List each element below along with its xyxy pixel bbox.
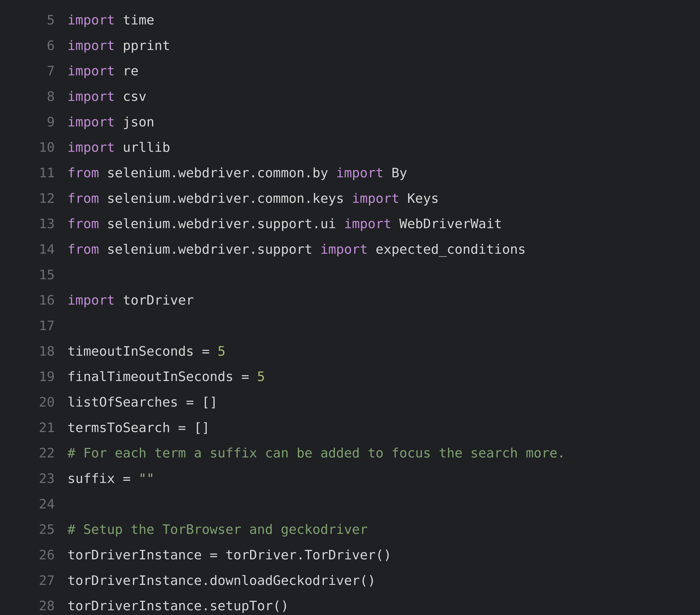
- code-content[interactable]: from selenium.webdriver.support.ui impor…: [67, 211, 502, 236]
- code-token: import: [67, 139, 115, 155]
- code-content[interactable]: import time: [67, 7, 154, 33]
- code-token: time: [115, 12, 154, 27]
- code-content[interactable]: import urllib: [67, 135, 170, 160]
- code-token: csv: [115, 89, 146, 104]
- code-token: selenium.webdriver.support.ui: [99, 216, 344, 231]
- code-line[interactable]: 21termsToSearch = []: [0, 415, 700, 441]
- code-content[interactable]: [67, 262, 75, 287]
- code-content[interactable]: from selenium.webdriver.common.by import…: [67, 160, 407, 186]
- code-content[interactable]: torDriverInstance.setupTor(): [67, 593, 289, 615]
- code-line[interactable]: 9import json: [0, 109, 700, 135]
- code-token: 5: [218, 343, 225, 359]
- code-token: expected_conditions: [368, 242, 526, 257]
- code-token: import: [67, 63, 115, 78]
- code-content[interactable]: import re: [67, 58, 139, 84]
- code-content[interactable]: suffix = "": [67, 466, 154, 491]
- code-line[interactable]: 22# For each term a suffix can be added …: [0, 440, 700, 466]
- code-content[interactable]: torDriverInstance.downloadGeckodriver(): [67, 568, 376, 593]
- code-token: torDriver: [115, 292, 194, 308]
- code-line[interactable]: 23suffix = "": [0, 466, 700, 491]
- code-token: Keys: [399, 190, 439, 206]
- code-token: import: [67, 38, 115, 53]
- code-line[interactable]: 10import urllib: [0, 135, 700, 160]
- code-token: selenium.webdriver.common.keys: [99, 190, 352, 206]
- code-token: 5: [257, 369, 265, 384]
- code-token: finalTimeoutInSeconds =: [67, 369, 257, 384]
- line-number: 12: [0, 186, 67, 211]
- code-content[interactable]: import pprint: [67, 33, 170, 58]
- line-number: 10: [0, 135, 67, 160]
- code-line[interactable]: 13from selenium.webdriver.support.ui imp…: [0, 211, 700, 236]
- code-line[interactable]: 5import time: [0, 7, 700, 33]
- line-number: 14: [0, 236, 67, 262]
- code-content[interactable]: [67, 491, 75, 517]
- code-content[interactable]: import csv: [67, 84, 146, 109]
- code-line[interactable]: 11from selenium.webdriver.common.by impo…: [0, 160, 700, 186]
- code-line[interactable]: 25# Setup the TorBrowser and geckodriver: [0, 517, 700, 542]
- line-number: 15: [0, 262, 67, 287]
- line-number: 21: [0, 415, 67, 441]
- code-token: from: [67, 165, 99, 180]
- code-token: import: [352, 190, 399, 206]
- code-token: import: [67, 114, 115, 130]
- line-number: 24: [0, 491, 67, 517]
- line-number: 8: [0, 84, 67, 109]
- code-token: torDriverInstance.downloadGeckodriver(): [67, 573, 376, 588]
- code-content[interactable]: from selenium.webdriver.common.keys impo…: [67, 186, 439, 211]
- line-number: 23: [0, 466, 67, 491]
- line-number: 9: [0, 109, 67, 135]
- code-content[interactable]: from selenium.webdriver.support import e…: [67, 236, 526, 262]
- code-token: import: [344, 216, 391, 231]
- code-content[interactable]: termsToSearch = []: [67, 415, 210, 441]
- code-content[interactable]: import torDriver: [67, 287, 194, 313]
- code-token: "": [139, 471, 154, 486]
- code-token: timeoutInSeconds =: [67, 343, 218, 359]
- code-token: WebDriverWait: [391, 216, 502, 231]
- code-line[interactable]: 20listOfSearches = []: [0, 390, 700, 415]
- code-content[interactable]: [67, 313, 75, 339]
- code-content[interactable]: # For each term a suffix can be added to…: [67, 440, 565, 466]
- code-line[interactable]: 8import csv: [0, 84, 700, 109]
- code-line[interactable]: 28torDriverInstance.setupTor(): [0, 593, 700, 615]
- code-token: import: [67, 292, 115, 308]
- code-line[interactable]: 18timeoutInSeconds = 5: [0, 339, 700, 364]
- code-line[interactable]: 12from selenium.webdriver.common.keys im…: [0, 186, 700, 211]
- code-line[interactable]: 6import pprint: [0, 33, 700, 58]
- code-content[interactable]: timeoutInSeconds = 5: [67, 339, 225, 364]
- line-number: 22: [0, 440, 67, 466]
- code-token: torDriverInstance = torDriver.TorDriver(…: [67, 547, 391, 563]
- code-line[interactable]: 7import re: [0, 58, 700, 84]
- code-token: json: [115, 114, 154, 130]
- line-number: 7: [0, 58, 67, 84]
- code-content[interactable]: finalTimeoutInSeconds = 5: [67, 364, 265, 390]
- code-token: urllib: [115, 139, 170, 155]
- code-line[interactable]: 17: [0, 313, 700, 339]
- code-content[interactable]: # Setup the TorBrowser and geckodriver: [67, 517, 368, 542]
- code-content[interactable]: import json: [67, 109, 154, 135]
- code-line[interactable]: 15: [0, 262, 700, 287]
- code-token: import: [67, 12, 115, 27]
- line-number: 11: [0, 160, 67, 186]
- code-token: # Setup the TorBrowser and geckodriver: [67, 521, 368, 537]
- code-token: import: [336, 165, 384, 180]
- code-token: listOfSearches = []: [67, 394, 218, 410]
- line-number: 16: [0, 287, 67, 313]
- code-token: from: [67, 190, 99, 206]
- code-content[interactable]: listOfSearches = []: [67, 390, 218, 415]
- code-token: import: [320, 242, 368, 257]
- line-number: 6: [0, 33, 67, 58]
- code-token: By: [384, 165, 407, 180]
- code-token: termsToSearch = []: [67, 420, 210, 435]
- line-number: 28: [0, 593, 67, 615]
- code-editor[interactable]: 5import time6import pprint7import re8imp…: [0, 0, 700, 615]
- code-line[interactable]: 24: [0, 491, 700, 517]
- line-number: 17: [0, 313, 67, 339]
- code-line[interactable]: 27torDriverInstance.downloadGeckodriver(…: [0, 568, 700, 593]
- code-line[interactable]: 16import torDriver: [0, 287, 700, 313]
- line-number: 19: [0, 364, 67, 390]
- code-token: import: [67, 89, 115, 104]
- code-line[interactable]: 19finalTimeoutInSeconds = 5: [0, 364, 700, 390]
- code-line[interactable]: 14from selenium.webdriver.support import…: [0, 236, 700, 262]
- code-line[interactable]: 26torDriverInstance = torDriver.TorDrive…: [0, 542, 700, 568]
- code-content[interactable]: torDriverInstance = torDriver.TorDriver(…: [67, 542, 391, 568]
